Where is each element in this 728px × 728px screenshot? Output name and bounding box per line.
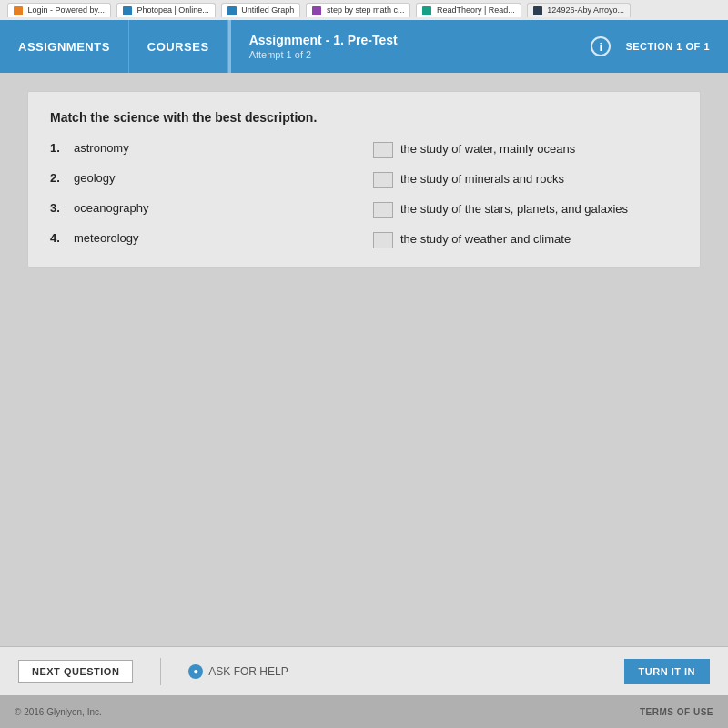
ask-help-icon: ● <box>188 664 203 679</box>
tab-login[interactable]: Login - Powered by... <box>7 3 111 17</box>
list-item: the study of water, mainly oceans <box>373 141 678 158</box>
turn-it-in-button[interactable]: TURN IT IN <box>624 659 710 684</box>
tab-photopea-favicon <box>123 6 132 15</box>
match-right: the study of water, mainly oceans the st… <box>355 141 678 248</box>
list-item: the study of minerals and rocks <box>373 171 678 188</box>
tab-124926-favicon <box>533 6 542 15</box>
tab-login-favicon <box>14 6 23 15</box>
tab-stepmath-favicon <box>312 6 321 15</box>
info-icon[interactable]: i <box>591 36 611 56</box>
match-left: 1. astronomy 2. geology 3. oceanography … <box>50 141 355 248</box>
list-item: the study of the stars, planets, and gal… <box>373 201 678 218</box>
ask-for-help-button[interactable]: ● ASK FOR HELP <box>188 664 288 679</box>
question-card: Match the science with the best descript… <box>27 91 701 268</box>
answer-input-3[interactable] <box>373 202 393 218</box>
app-container: ASSIGNMENTS COURSES Assignment - 1. Pre-… <box>0 20 728 728</box>
match-container: 1. astronomy 2. geology 3. oceanography … <box>50 141 678 248</box>
list-item: 4. meteorology <box>50 231 355 245</box>
tab-readtheory[interactable]: ReadTheory | Read... <box>416 3 521 17</box>
nav-assignment-info: Assignment - 1. Pre-Test Attempt 1 of 2 <box>228 20 573 73</box>
nav-courses[interactable]: COURSES <box>129 20 228 73</box>
answer-input-4[interactable] <box>373 232 393 248</box>
tab-graph[interactable]: Untitled Graph <box>221 3 301 17</box>
copyright-text: © 2016 Glynlyon, Inc. <box>15 707 102 717</box>
list-item: 3. oceanography <box>50 201 355 215</box>
footer: © 2016 Glynlyon, Inc. TERMS OF USE <box>0 695 728 728</box>
question-prompt: Match the science with the best descript… <box>50 110 678 125</box>
main-content: Match the science with the best descript… <box>0 73 728 646</box>
tab-124926[interactable]: 124926-Aby Arroyo... <box>527 3 631 17</box>
tab-photopea[interactable]: Photopea | Online... <box>116 3 216 17</box>
answer-input-1[interactable] <box>373 142 393 158</box>
next-question-button[interactable]: NEXT QUESTION <box>18 660 133 683</box>
tab-stepmath[interactable]: step by step math c... <box>306 3 410 17</box>
action-bar-divider <box>160 658 161 685</box>
nav-right: i SECTION 1 OF 1 <box>572 20 728 73</box>
top-navigation: ASSIGNMENTS COURSES Assignment - 1. Pre-… <box>0 20 728 73</box>
list-item: 1. astronomy <box>50 141 355 155</box>
tab-readtheory-favicon <box>422 6 431 15</box>
terms-of-use-link[interactable]: TERMS OF USE <box>640 707 713 717</box>
nav-assignments[interactable]: ASSIGNMENTS <box>0 20 129 73</box>
action-bar: NEXT QUESTION ● ASK FOR HELP TURN IT IN <box>0 646 728 695</box>
attempt-label: Attempt 1 of 2 <box>249 49 398 60</box>
section-label: SECTION 1 OF 1 <box>625 41 710 52</box>
answer-input-2[interactable] <box>373 172 393 188</box>
tab-graph-favicon <box>228 6 237 15</box>
browser-bar: Login - Powered by... Photopea | Online.… <box>0 0 728 20</box>
list-item: the study of weather and climate <box>373 231 678 248</box>
assignment-title: Assignment - 1. Pre-Test <box>249 33 398 47</box>
list-item: 2. geology <box>50 171 355 185</box>
